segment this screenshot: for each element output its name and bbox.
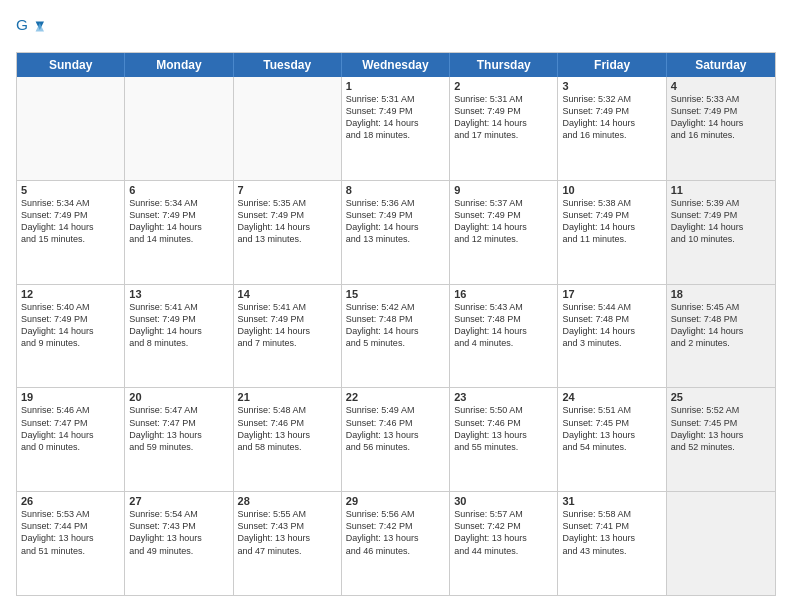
day-number: 13 <box>129 288 228 300</box>
calendar-cell-day-8: 8Sunrise: 5:36 AM Sunset: 7:49 PM Daylig… <box>342 181 450 284</box>
day-number: 16 <box>454 288 553 300</box>
cell-info: Sunrise: 5:58 AM Sunset: 7:41 PM Dayligh… <box>562 508 661 557</box>
weekday-header-tuesday: Tuesday <box>234 53 342 77</box>
logo-icon: G <box>16 16 44 44</box>
cell-info: Sunrise: 5:49 AM Sunset: 7:46 PM Dayligh… <box>346 404 445 453</box>
calendar-cell-day-18: 18Sunrise: 5:45 AM Sunset: 7:48 PM Dayli… <box>667 285 775 388</box>
day-number: 23 <box>454 391 553 403</box>
calendar: SundayMondayTuesdayWednesdayThursdayFrid… <box>16 52 776 596</box>
calendar-cell-day-7: 7Sunrise: 5:35 AM Sunset: 7:49 PM Daylig… <box>234 181 342 284</box>
calendar-header: SundayMondayTuesdayWednesdayThursdayFrid… <box>17 53 775 77</box>
calendar-cell-empty <box>234 77 342 180</box>
cell-info: Sunrise: 5:32 AM Sunset: 7:49 PM Dayligh… <box>562 93 661 142</box>
calendar-cell-day-2: 2Sunrise: 5:31 AM Sunset: 7:49 PM Daylig… <box>450 77 558 180</box>
cell-info: Sunrise: 5:34 AM Sunset: 7:49 PM Dayligh… <box>21 197 120 246</box>
day-number: 27 <box>129 495 228 507</box>
calendar-cell-day-17: 17Sunrise: 5:44 AM Sunset: 7:48 PM Dayli… <box>558 285 666 388</box>
calendar-row-2: 12Sunrise: 5:40 AM Sunset: 7:49 PM Dayli… <box>17 284 775 388</box>
cell-info: Sunrise: 5:40 AM Sunset: 7:49 PM Dayligh… <box>21 301 120 350</box>
weekday-header-monday: Monday <box>125 53 233 77</box>
calendar-cell-day-26: 26Sunrise: 5:53 AM Sunset: 7:44 PM Dayli… <box>17 492 125 595</box>
calendar-cell-day-16: 16Sunrise: 5:43 AM Sunset: 7:48 PM Dayli… <box>450 285 558 388</box>
cell-info: Sunrise: 5:53 AM Sunset: 7:44 PM Dayligh… <box>21 508 120 557</box>
calendar-cell-day-5: 5Sunrise: 5:34 AM Sunset: 7:49 PM Daylig… <box>17 181 125 284</box>
weekday-header-wednesday: Wednesday <box>342 53 450 77</box>
day-number: 25 <box>671 391 771 403</box>
cell-info: Sunrise: 5:46 AM Sunset: 7:47 PM Dayligh… <box>21 404 120 453</box>
day-number: 7 <box>238 184 337 196</box>
day-number: 14 <box>238 288 337 300</box>
calendar-cell-day-22: 22Sunrise: 5:49 AM Sunset: 7:46 PM Dayli… <box>342 388 450 491</box>
cell-info: Sunrise: 5:55 AM Sunset: 7:43 PM Dayligh… <box>238 508 337 557</box>
calendar-cell-day-27: 27Sunrise: 5:54 AM Sunset: 7:43 PM Dayli… <box>125 492 233 595</box>
day-number: 30 <box>454 495 553 507</box>
calendar-cell-day-11: 11Sunrise: 5:39 AM Sunset: 7:49 PM Dayli… <box>667 181 775 284</box>
calendar-cell-day-10: 10Sunrise: 5:38 AM Sunset: 7:49 PM Dayli… <box>558 181 666 284</box>
weekday-header-thursday: Thursday <box>450 53 558 77</box>
calendar-cell-day-29: 29Sunrise: 5:56 AM Sunset: 7:42 PM Dayli… <box>342 492 450 595</box>
cell-info: Sunrise: 5:38 AM Sunset: 7:49 PM Dayligh… <box>562 197 661 246</box>
calendar-cell-day-24: 24Sunrise: 5:51 AM Sunset: 7:45 PM Dayli… <box>558 388 666 491</box>
calendar-body: 1Sunrise: 5:31 AM Sunset: 7:49 PM Daylig… <box>17 77 775 595</box>
cell-info: Sunrise: 5:54 AM Sunset: 7:43 PM Dayligh… <box>129 508 228 557</box>
calendar-cell-day-20: 20Sunrise: 5:47 AM Sunset: 7:47 PM Dayli… <box>125 388 233 491</box>
weekday-header-friday: Friday <box>558 53 666 77</box>
day-number: 17 <box>562 288 661 300</box>
calendar-cell-day-1: 1Sunrise: 5:31 AM Sunset: 7:49 PM Daylig… <box>342 77 450 180</box>
day-number: 5 <box>21 184 120 196</box>
calendar-cell-day-13: 13Sunrise: 5:41 AM Sunset: 7:49 PM Dayli… <box>125 285 233 388</box>
cell-info: Sunrise: 5:34 AM Sunset: 7:49 PM Dayligh… <box>129 197 228 246</box>
calendar-cell-day-25: 25Sunrise: 5:52 AM Sunset: 7:45 PM Dayli… <box>667 388 775 491</box>
cell-info: Sunrise: 5:48 AM Sunset: 7:46 PM Dayligh… <box>238 404 337 453</box>
calendar-cell-day-19: 19Sunrise: 5:46 AM Sunset: 7:47 PM Dayli… <box>17 388 125 491</box>
cell-info: Sunrise: 5:45 AM Sunset: 7:48 PM Dayligh… <box>671 301 771 350</box>
day-number: 1 <box>346 80 445 92</box>
calendar-cell-day-23: 23Sunrise: 5:50 AM Sunset: 7:46 PM Dayli… <box>450 388 558 491</box>
cell-info: Sunrise: 5:56 AM Sunset: 7:42 PM Dayligh… <box>346 508 445 557</box>
calendar-cell-empty <box>125 77 233 180</box>
calendar-cell-empty <box>667 492 775 595</box>
day-number: 24 <box>562 391 661 403</box>
calendar-cell-day-9: 9Sunrise: 5:37 AM Sunset: 7:49 PM Daylig… <box>450 181 558 284</box>
calendar-row-0: 1Sunrise: 5:31 AM Sunset: 7:49 PM Daylig… <box>17 77 775 180</box>
day-number: 20 <box>129 391 228 403</box>
cell-info: Sunrise: 5:36 AM Sunset: 7:49 PM Dayligh… <box>346 197 445 246</box>
calendar-cell-day-12: 12Sunrise: 5:40 AM Sunset: 7:49 PM Dayli… <box>17 285 125 388</box>
cell-info: Sunrise: 5:51 AM Sunset: 7:45 PM Dayligh… <box>562 404 661 453</box>
header: G <box>16 16 776 44</box>
day-number: 19 <box>21 391 120 403</box>
calendar-row-1: 5Sunrise: 5:34 AM Sunset: 7:49 PM Daylig… <box>17 180 775 284</box>
cell-info: Sunrise: 5:33 AM Sunset: 7:49 PM Dayligh… <box>671 93 771 142</box>
calendar-cell-empty <box>17 77 125 180</box>
cell-info: Sunrise: 5:41 AM Sunset: 7:49 PM Dayligh… <box>238 301 337 350</box>
svg-marker-2 <box>36 23 44 31</box>
page: G SundayMondayTuesdayWednesdayThursdayFr… <box>0 0 792 612</box>
day-number: 4 <box>671 80 771 92</box>
day-number: 26 <box>21 495 120 507</box>
day-number: 12 <box>21 288 120 300</box>
day-number: 15 <box>346 288 445 300</box>
cell-info: Sunrise: 5:39 AM Sunset: 7:49 PM Dayligh… <box>671 197 771 246</box>
day-number: 29 <box>346 495 445 507</box>
day-number: 11 <box>671 184 771 196</box>
cell-info: Sunrise: 5:47 AM Sunset: 7:47 PM Dayligh… <box>129 404 228 453</box>
calendar-cell-day-6: 6Sunrise: 5:34 AM Sunset: 7:49 PM Daylig… <box>125 181 233 284</box>
day-number: 10 <box>562 184 661 196</box>
cell-info: Sunrise: 5:37 AM Sunset: 7:49 PM Dayligh… <box>454 197 553 246</box>
calendar-cell-day-31: 31Sunrise: 5:58 AM Sunset: 7:41 PM Dayli… <box>558 492 666 595</box>
weekday-header-sunday: Sunday <box>17 53 125 77</box>
day-number: 28 <box>238 495 337 507</box>
calendar-row-3: 19Sunrise: 5:46 AM Sunset: 7:47 PM Dayli… <box>17 387 775 491</box>
day-number: 18 <box>671 288 771 300</box>
svg-text:G: G <box>16 16 28 33</box>
calendar-row-4: 26Sunrise: 5:53 AM Sunset: 7:44 PM Dayli… <box>17 491 775 595</box>
logo: G <box>16 16 46 44</box>
cell-info: Sunrise: 5:57 AM Sunset: 7:42 PM Dayligh… <box>454 508 553 557</box>
cell-info: Sunrise: 5:50 AM Sunset: 7:46 PM Dayligh… <box>454 404 553 453</box>
cell-info: Sunrise: 5:42 AM Sunset: 7:48 PM Dayligh… <box>346 301 445 350</box>
cell-info: Sunrise: 5:31 AM Sunset: 7:49 PM Dayligh… <box>346 93 445 142</box>
cell-info: Sunrise: 5:52 AM Sunset: 7:45 PM Dayligh… <box>671 404 771 453</box>
day-number: 22 <box>346 391 445 403</box>
calendar-cell-day-4: 4Sunrise: 5:33 AM Sunset: 7:49 PM Daylig… <box>667 77 775 180</box>
day-number: 2 <box>454 80 553 92</box>
